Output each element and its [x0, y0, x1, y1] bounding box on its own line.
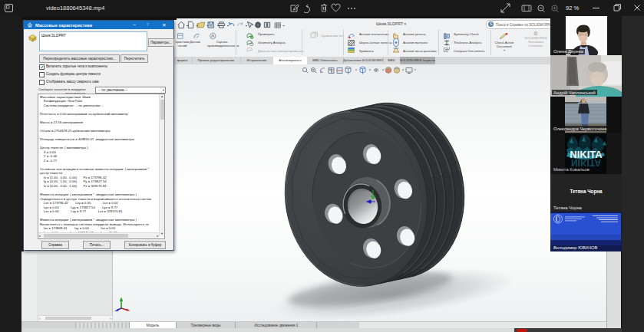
svg-text:NIKITA: NIKITA [571, 157, 601, 168]
